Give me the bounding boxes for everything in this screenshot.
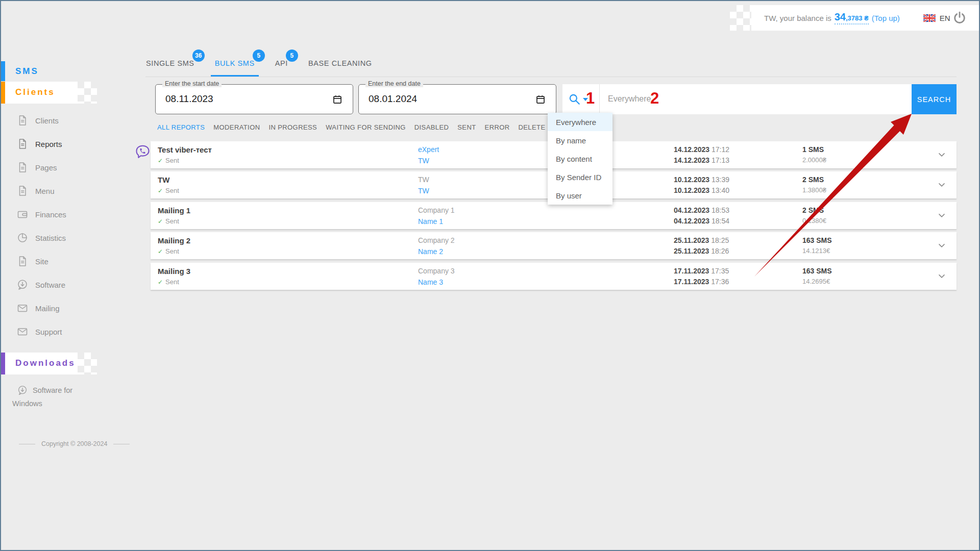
report-cost: 1.3800₴ bbox=[802, 186, 826, 194]
report-title: Mailing 1 bbox=[158, 206, 190, 215]
tab-label: BULK SMS bbox=[215, 59, 255, 67]
chevron-down-icon[interactable] bbox=[937, 210, 947, 220]
chevron-down-icon[interactable] bbox=[937, 149, 947, 160]
sidebar-section-sms[interactable]: SMS bbox=[15, 66, 39, 77]
language-label: EN bbox=[940, 14, 950, 22]
filter-error[interactable]: ERROR bbox=[485, 123, 510, 131]
report-end-datetime: 04.12.2023 18:54 bbox=[674, 217, 729, 225]
report-client-primary[interactable]: Company 3 bbox=[418, 267, 455, 275]
search-button[interactable]: SEARCH bbox=[912, 84, 957, 114]
report-sms-count: 2 SMS bbox=[802, 206, 824, 214]
end-date-field[interactable]: Enter the end date 08.01.2024 bbox=[358, 84, 556, 114]
filter-sent[interactable]: SENT bbox=[457, 123, 476, 131]
report-sms-count: 163 SMS bbox=[802, 236, 832, 244]
sidebar-item-label: Finances bbox=[35, 210, 66, 219]
sidebar-section-downloads[interactable]: Downloads bbox=[15, 358, 76, 368]
clients-section-indicator bbox=[1, 82, 5, 104]
sidebar-item-support[interactable]: Support bbox=[1, 320, 101, 343]
mail-icon bbox=[16, 325, 29, 338]
report-status: ✓Sent bbox=[158, 247, 179, 255]
tab-bulk-sms[interactable]: BULK SMS 5 bbox=[209, 55, 261, 77]
report-client-secondary-link[interactable]: Name 2 bbox=[418, 247, 443, 256]
report-end-datetime: 17.11.2023 17:36 bbox=[674, 278, 729, 286]
sidebar-item-label: Pages bbox=[35, 163, 57, 172]
search-input[interactable]: Everywhere bbox=[608, 94, 651, 104]
report-title: Mailing 2 bbox=[158, 236, 190, 245]
sidebar-item-label: Mailing bbox=[35, 304, 60, 313]
report-client-secondary-link[interactable]: Name 3 bbox=[418, 278, 443, 286]
divider-line bbox=[113, 444, 130, 444]
chevron-down-icon[interactable] bbox=[937, 240, 947, 251]
report-row[interactable]: Mailing 1 ✓Sent Company 1 Name 1 04.12.2… bbox=[151, 202, 957, 229]
copyright: Copyright © 2008-2024 bbox=[19, 440, 130, 447]
report-sms-count: 1 SMS bbox=[802, 145, 824, 154]
report-client-secondary-link[interactable]: TW bbox=[418, 157, 429, 165]
sidebar-item-label: Clients bbox=[35, 116, 59, 125]
search-scope-option-by-user[interactable]: By user bbox=[548, 186, 612, 205]
wallet-icon bbox=[16, 208, 29, 220]
start-date-label: Enter the start date bbox=[162, 80, 222, 87]
filter-all-reports[interactable]: ALL REPORTS bbox=[157, 123, 205, 131]
end-date-value[interactable]: 08.01.2024 bbox=[369, 93, 417, 105]
sidebar-item-reports[interactable]: Reports bbox=[1, 132, 101, 156]
search-scope-option-by-sender-id[interactable]: By Sender ID bbox=[548, 168, 612, 186]
calendar-icon[interactable] bbox=[535, 94, 546, 105]
language-switcher[interactable]: EN bbox=[923, 14, 950, 22]
tab-single-sms[interactable]: SINGLE SMS 36 bbox=[140, 55, 201, 77]
sidebar-item-finances[interactable]: Finances bbox=[1, 203, 101, 226]
chevron-down-icon[interactable] bbox=[937, 180, 947, 190]
report-row[interactable]: Mailing 3 ✓Sent Company 3 Name 3 17.11.2… bbox=[151, 263, 957, 290]
status-filter-bar: ALL REPORTSMODERATIONIN PROGRESSWAITING … bbox=[157, 123, 587, 131]
sidebar-item-pages[interactable]: Pages bbox=[1, 156, 101, 179]
chevron-down-icon[interactable] bbox=[937, 271, 947, 281]
tab-api[interactable]: API 5 bbox=[269, 55, 294, 77]
sidebar-item-menu[interactable]: Menu bbox=[1, 179, 101, 203]
report-client-secondary-link[interactable]: TW bbox=[418, 187, 429, 195]
annotation-step-1: 1 bbox=[586, 89, 595, 108]
search-scope-option-by-content[interactable]: By content bbox=[548, 149, 612, 168]
top-up-link[interactable]: (Top up) bbox=[872, 14, 900, 22]
balance-label: TW, your balance is bbox=[764, 14, 831, 22]
tab-base-cleaning[interactable]: BASE CLEANING bbox=[302, 55, 378, 77]
sidebar-item-software[interactable]: Software bbox=[1, 273, 101, 296]
calendar-icon[interactable] bbox=[332, 94, 342, 105]
sidebar-item-label: Reports bbox=[35, 140, 62, 148]
sidebar-item-mailing[interactable]: Mailing bbox=[1, 296, 101, 320]
filter-in-progress[interactable]: IN PROGRESS bbox=[268, 123, 317, 131]
pixel-decoration bbox=[730, 5, 751, 31]
search-scope-option-by-name[interactable]: By name bbox=[548, 131, 612, 149]
downloads-section-indicator bbox=[1, 353, 5, 374]
report-row[interactable]: Mailing 2 ✓Sent Company 2 Name 2 25.11.2… bbox=[151, 232, 957, 259]
balance-value[interactable]: 34,3783 ₴ bbox=[835, 11, 869, 24]
report-title: Test viber-тест bbox=[158, 145, 212, 154]
tab-label: SINGLE SMS bbox=[146, 59, 194, 67]
report-client-primary[interactable]: TW bbox=[418, 176, 429, 184]
sidebar-item-statistics[interactable]: Statistics bbox=[1, 226, 101, 249]
filter-disabled[interactable]: DISABLED bbox=[414, 123, 449, 131]
search-icon bbox=[568, 92, 581, 106]
sidebar-item-site[interactable]: Site bbox=[1, 249, 101, 273]
pixel-decoration bbox=[78, 82, 97, 104]
report-client-primary[interactable]: Company 2 bbox=[418, 236, 455, 244]
start-date-value[interactable]: 08.11.2023 bbox=[165, 93, 213, 105]
check-icon: ✓ bbox=[158, 248, 163, 255]
report-client-secondary-link[interactable]: Name 1 bbox=[418, 217, 443, 226]
filter-delete[interactable]: DELETE bbox=[519, 123, 546, 131]
check-icon: ✓ bbox=[158, 279, 163, 286]
sidebar-section-clients[interactable]: Clients bbox=[15, 87, 55, 97]
uk-flag-icon bbox=[923, 14, 936, 22]
sms-section-indicator bbox=[1, 61, 5, 81]
search-scope-option-everywhere[interactable]: Everywhere bbox=[548, 113, 612, 131]
report-client-primary[interactable]: eXpert bbox=[418, 145, 439, 154]
report-client-primary[interactable]: Company 1 bbox=[418, 206, 455, 214]
filter-moderation[interactable]: MODERATION bbox=[213, 123, 260, 131]
power-logout-icon[interactable] bbox=[952, 11, 967, 25]
sidebar-item-clients[interactable]: Clients bbox=[1, 109, 101, 132]
check-icon: ✓ bbox=[158, 218, 163, 225]
sidebar-item-software-for-windows[interactable]: Software for bbox=[33, 386, 72, 394]
topbar: TW, your balance is 34,3783 ₴ (Top up) E… bbox=[751, 5, 980, 31]
start-date-field[interactable]: Enter the start date 08.11.2023 bbox=[155, 84, 353, 114]
sidebar-item-software-for-windows-line2[interactable]: Windows bbox=[12, 399, 42, 408]
check-icon: ✓ bbox=[158, 157, 163, 164]
filter-waiting-for-sending[interactable]: WAITING FOR SENDING bbox=[326, 123, 406, 131]
